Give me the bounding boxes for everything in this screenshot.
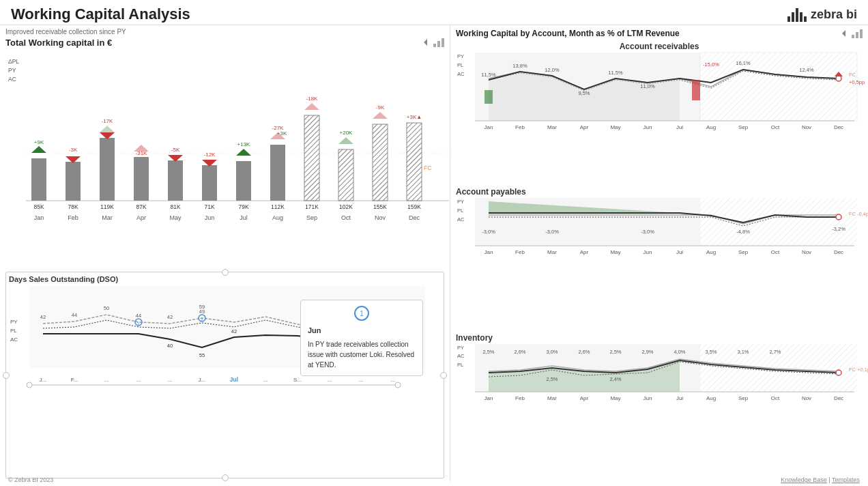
ar-val-sep: 16,1% [736, 60, 751, 66]
svg-text:Apr: Apr [580, 249, 589, 255]
bar-chart: ΔPL PY AC +9K 85K [5, 51, 444, 269]
arrow-jan [31, 146, 46, 153]
bar-feb [66, 162, 81, 201]
svg-text:Oct: Oct [771, 249, 780, 255]
ap-legend: PYPLAC [457, 198, 464, 224]
templates-link[interactable]: Templates [832, 476, 860, 483]
svg-text:Nov: Nov [802, 395, 811, 401]
resize-handle-right[interactable] [440, 372, 447, 379]
svg-text:Sep: Sep [738, 124, 749, 130]
ap-fc-label: FC -0,4pp [849, 211, 868, 217]
bar-may [168, 160, 183, 201]
top-header: Working Capital Analysis zebra bi [0, 0, 868, 25]
ar-fc-dot [836, 76, 841, 81]
svg-text:Jul: Jul [676, 249, 683, 255]
svg-text:4,0%: 4,0% [674, 349, 685, 355]
ap-val-jun: -3,0% [641, 229, 654, 235]
ap-chart-svg: FC -0,4pp -3,0% -3,0% -3,0% -4,8% -3,2% … [475, 198, 857, 259]
delta-sep: -18K [306, 96, 319, 102]
svg-text:PL: PL [10, 328, 17, 334]
resize-handle-bottom[interactable] [222, 474, 229, 481]
month-mar: Mar [102, 214, 113, 221]
account-receivables-section: Account receivables PYPLAC [456, 42, 863, 184]
ar-val-feb: 13,8% [512, 63, 527, 69]
svg-text:May: May [610, 124, 620, 130]
svg-text:2,5%: 2,5% [609, 349, 621, 355]
ar-fc-label: FC [849, 72, 856, 78]
ar-title: Account receivables [456, 42, 863, 51]
arrow-mar-up [100, 126, 115, 132]
dso-val-59: 59 [199, 304, 205, 310]
right-nav-icon[interactable] [839, 28, 863, 39]
ap-fc-dot [836, 214, 841, 220]
svg-text:May: May [610, 395, 620, 401]
subtitle: Improved receivable collection since PY [5, 28, 444, 35]
svg-text:F...: F... [71, 377, 78, 383]
bar-chart-svg: +9K 85K -3K 78K -17K 119K - [26, 51, 449, 235]
svg-text:Sep: Sep [738, 249, 749, 255]
svg-text:Jul: Jul [676, 395, 683, 401]
delta-mar: -17K [102, 118, 114, 124]
ac-label-axis: AC [8, 75, 19, 84]
svg-text:Jun: Jun [643, 249, 652, 255]
bar-nov [373, 124, 388, 201]
bar-aug [270, 145, 285, 201]
resize-handle-left[interactable] [3, 372, 10, 379]
bar-apr [134, 157, 149, 201]
tooltip-month: Jun [308, 325, 416, 337]
delta-apr: -31K [136, 150, 148, 156]
svg-point-20 [27, 382, 32, 388]
svg-text:Oct: Oct [771, 124, 780, 130]
svg-text:Jul: Jul [676, 124, 683, 130]
svg-text:...: ... [136, 377, 141, 383]
svg-text:AC: AC [10, 337, 18, 343]
svg-text:...: ... [391, 377, 396, 383]
month-sep: Sep [306, 214, 317, 221]
ap-val-jan: -3,0% [482, 229, 495, 235]
account-payables-section: Account payables PYPLAC [456, 187, 863, 330]
arrow-jul [236, 149, 251, 156]
svg-marker-0 [424, 39, 427, 46]
svg-text:2,5%: 2,5% [482, 349, 494, 355]
zebra-logo-text: zebra bi [811, 8, 857, 22]
svg-text:Apr: Apr [580, 124, 589, 130]
svg-text:Oct: Oct [771, 395, 780, 401]
svg-text:2,5%: 2,5% [546, 376, 558, 382]
svg-text:Aug: Aug [706, 395, 716, 401]
svg-text:Jun: Jun [643, 395, 652, 401]
main-content: Improved receivable collection since PY … [0, 25, 868, 481]
bar-jul [236, 161, 251, 201]
ac-jun: 71K [204, 203, 214, 210]
axis-labels: ΔPL PY AC [8, 57, 19, 83]
svg-text:Sep: Sep [738, 395, 749, 401]
ap-val-mar: -3,0% [545, 229, 559, 235]
svg-text:Feb: Feb [515, 249, 525, 255]
delta-jul: +13K [237, 141, 251, 147]
svg-text:Aug: Aug [706, 124, 716, 130]
zebra-logo: zebra bi [787, 7, 857, 22]
svg-text:PY: PY [10, 319, 18, 325]
svg-text:Feb: Feb [515, 395, 525, 401]
svg-text:...: ... [168, 377, 173, 383]
ac-feb: 78K [68, 203, 78, 210]
delta-dec: +3K▲ [407, 114, 422, 120]
svg-text:Apr: Apr [580, 395, 589, 401]
ar-val-may: 11,5% [608, 70, 623, 76]
svg-text:Jan: Jan [484, 249, 493, 255]
bar-jun [202, 165, 217, 201]
dso-py-mar: 50 [104, 305, 109, 311]
svg-rect-42 [700, 198, 857, 246]
delta-nov: -9K [376, 104, 385, 111]
knowledge-base-link[interactable]: Knowledge Base [781, 476, 827, 483]
svg-text:...: ... [263, 377, 268, 383]
dso-title: Days Sales Outstanding (DSO) [9, 275, 441, 283]
month-may: May [169, 214, 182, 221]
left-panel: Improved receivable collection since PY … [0, 25, 450, 481]
svg-point-21 [395, 382, 401, 388]
ac-jan: 85K [33, 203, 44, 210]
ar-legend: PYPLAC [457, 53, 464, 78]
ac-nov: 155K [373, 203, 387, 210]
month-apr: Apr [136, 214, 146, 221]
resize-handle-top[interactable] [222, 269, 229, 276]
left-nav-icon[interactable] [420, 37, 444, 48]
